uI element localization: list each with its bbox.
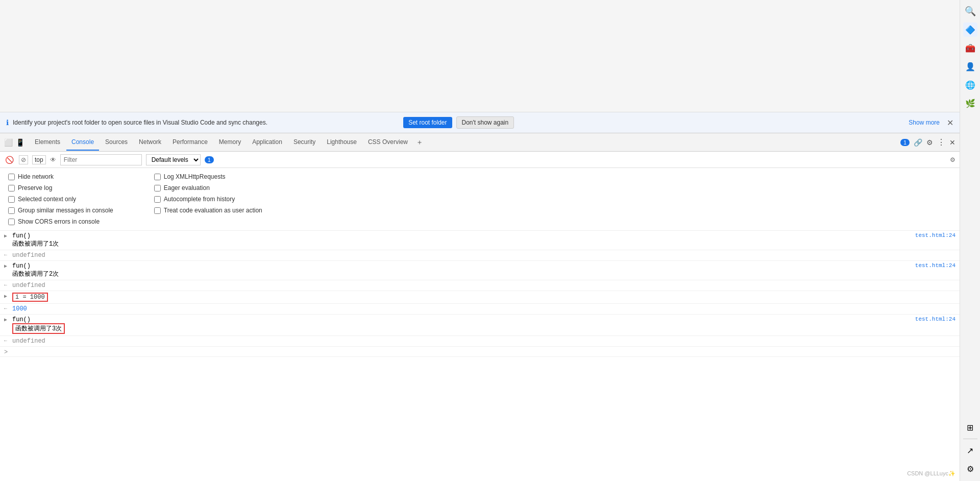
- devtools-right-icons: 1 🔗 ⚙ ⋮ ✕: [900, 137, 955, 147]
- tab-elements[interactable]: Elements: [30, 134, 65, 151]
- treat-code-eval-label: Treat code evaluation as user action: [164, 207, 262, 214]
- share-icon[interactable]: 🔗: [914, 138, 922, 147]
- log-entry-1-link[interactable]: test.html:24: [915, 232, 955, 238]
- eager-eval-checkbox[interactable]: [154, 185, 161, 191]
- log-xmlhttp-label: Log XMLHttpRequests: [164, 173, 226, 180]
- log-entry-4-function: fun(): [12, 316, 915, 323]
- log-entry-3-command: ▶ i = 1000: [0, 291, 960, 304]
- log-entry-2-function: fun(): [12, 262, 915, 270]
- settings-right-column: Log XMLHttpRequests Eager evaluation Aut…: [154, 173, 262, 225]
- tab-sources[interactable]: Sources: [100, 134, 133, 151]
- tab-console[interactable]: Console: [66, 134, 99, 151]
- expand-arrow-4[interactable]: ▶: [4, 317, 7, 323]
- autocomplete-history-label: Autocomplete from history: [164, 196, 235, 203]
- ext-icon-settings[interactable]: ⚙: [963, 462, 977, 476]
- undefined-4: undefined: [12, 338, 45, 345]
- tab-memory[interactable]: Memory: [214, 134, 246, 151]
- ext-icon-ext1[interactable]: 🔷: [963, 22, 977, 37]
- devtools-left-icons: ⬜ 📱: [4, 138, 24, 147]
- group-similar-checkbox[interactable]: [8, 207, 15, 214]
- selected-context-checkbox[interactable]: [8, 196, 15, 203]
- filter-input[interactable]: [60, 154, 142, 165]
- log-level-dropdown[interactable]: Default levels: [146, 154, 201, 165]
- group-similar-label: Group similar messages in console: [18, 207, 113, 214]
- log-entry-1-sub: 函数被调用了1次: [12, 239, 915, 248]
- set-root-folder-button[interactable]: Set root folder: [403, 117, 452, 128]
- hide-network-checkbox[interactable]: [8, 174, 15, 180]
- show-cors-checkbox[interactable]: [8, 219, 15, 225]
- setting-treat-code-eval: Treat code evaluation as user action: [154, 207, 262, 214]
- ext-icon-ext2[interactable]: 🧰: [963, 41, 977, 55]
- log-entry-2-link[interactable]: test.html:24: [915, 262, 955, 269]
- add-tab-icon[interactable]: ＋: [414, 136, 425, 149]
- tab-network[interactable]: Network: [134, 134, 166, 151]
- autocomplete-history-checkbox[interactable]: [154, 196, 161, 203]
- close-banner-button[interactable]: ✕: [947, 118, 953, 128]
- banner-text: Identify your project's root folder to o…: [13, 119, 399, 126]
- ext-icon-ext5[interactable]: 🌿: [963, 96, 977, 110]
- setting-group-similar: Group similar messages in console: [8, 207, 113, 214]
- treat-code-eval-checkbox[interactable]: [154, 207, 161, 214]
- more-options-icon[interactable]: ⋮: [937, 137, 945, 147]
- console-badge: 1: [900, 139, 910, 146]
- log-entry-2: ▶ fun() 函数被调用了2次 test.html:24: [0, 261, 960, 280]
- settings-gear-icon[interactable]: ⚙: [926, 138, 933, 147]
- info-banner: ℹ Identify your project's root folder to…: [0, 112, 960, 133]
- log-entry-4: ▶ fun() 函数被调用了3次 test.html:24: [0, 315, 960, 336]
- eye-icon[interactable]: 👁: [50, 156, 56, 163]
- tab-css-overview[interactable]: CSS Overview: [363, 134, 413, 151]
- browser-viewport: [0, 0, 960, 112]
- tab-performance[interactable]: Performance: [167, 134, 213, 151]
- console-log-area: ▶ fun() 函数被调用了1次 test.html:24 ← undefine…: [0, 231, 960, 481]
- setting-show-cors: Show CORS errors in console: [8, 218, 113, 225]
- ext-icon-ext3[interactable]: 👤: [963, 59, 977, 74]
- setting-selected-context: Selected context only: [8, 196, 113, 203]
- undefined-1: undefined: [12, 252, 45, 259]
- setting-log-xmlhttp: Log XMLHttpRequests: [154, 173, 262, 180]
- log-entry-2-sub: 函数被调用了2次: [12, 270, 915, 278]
- dont-show-again-button[interactable]: Don't show again: [456, 116, 514, 129]
- hide-network-label: Hide network: [18, 173, 54, 180]
- devtools-tabs-bar: ⬜ 📱 Elements Console Sources Network Per…: [0, 133, 960, 152]
- close-devtools-icon[interactable]: ✕: [949, 138, 955, 147]
- tab-security[interactable]: Security: [288, 134, 321, 151]
- preserve-log-label: Preserve log: [18, 184, 52, 191]
- inspect-element-icon[interactable]: ⬜: [4, 138, 13, 147]
- error-badge: 1: [205, 156, 214, 163]
- ext-icon-search[interactable]: 🔍: [963, 4, 977, 18]
- selected-context-label: Selected context only: [18, 196, 76, 203]
- undefined-2: undefined: [12, 282, 45, 289]
- watermark: CSDN @LLLuyc✨: [907, 470, 955, 477]
- tab-application[interactable]: Application: [247, 134, 287, 151]
- sub-highlight-box: 函数被调用了3次: [12, 323, 65, 334]
- result-1000: 1000: [12, 305, 27, 312]
- log-entry-1-undefined: ← undefined: [0, 250, 960, 261]
- devtools-panel: 🚫 ⊘ top 👁 Default levels 1 ⚙ Hide networ…: [0, 152, 960, 481]
- ext-icon-open-new[interactable]: ↗: [963, 443, 977, 458]
- log-entry-2-undefined: ← undefined: [0, 280, 960, 291]
- command-highlight-box: i = 1000: [12, 293, 48, 302]
- eager-eval-label: Eager evaluation: [164, 184, 210, 191]
- sidebar-divider: [963, 439, 977, 439]
- prompt-arrow: >: [4, 349, 8, 356]
- log-entry-4-sub: 函数被调用了3次: [12, 323, 915, 334]
- tab-lighthouse[interactable]: Lighthouse: [322, 134, 362, 151]
- clear-console-icon[interactable]: 🚫: [4, 155, 15, 165]
- setting-autocomplete-history: Autocomplete from history: [154, 196, 262, 203]
- preserve-log-checkbox[interactable]: [8, 185, 15, 191]
- clear-icon[interactable]: ⊘: [19, 155, 28, 164]
- log-entry-3-result: ← 1000: [0, 304, 960, 315]
- ext-icon-screenshot[interactable]: ⊞: [963, 420, 977, 435]
- show-more-link[interactable]: Show more: [909, 119, 940, 126]
- show-cors-label: Show CORS errors in console: [18, 218, 100, 225]
- expand-arrow-3[interactable]: ▶: [4, 293, 7, 299]
- context-selector[interactable]: top: [32, 155, 46, 164]
- device-toolbar-icon[interactable]: 📱: [16, 138, 24, 147]
- expand-arrow-1[interactable]: ▶: [4, 233, 7, 239]
- expand-arrow-2[interactable]: ▶: [4, 263, 7, 269]
- ext-icon-ext4[interactable]: 🌐: [963, 78, 977, 92]
- log-xmlhttp-checkbox[interactable]: [154, 174, 161, 180]
- log-entry-4-link[interactable]: test.html:24: [915, 316, 955, 322]
- console-toolbar: 🚫 ⊘ top 👁 Default levels 1 ⚙: [0, 152, 960, 168]
- console-settings-icon[interactable]: ⚙: [950, 156, 955, 163]
